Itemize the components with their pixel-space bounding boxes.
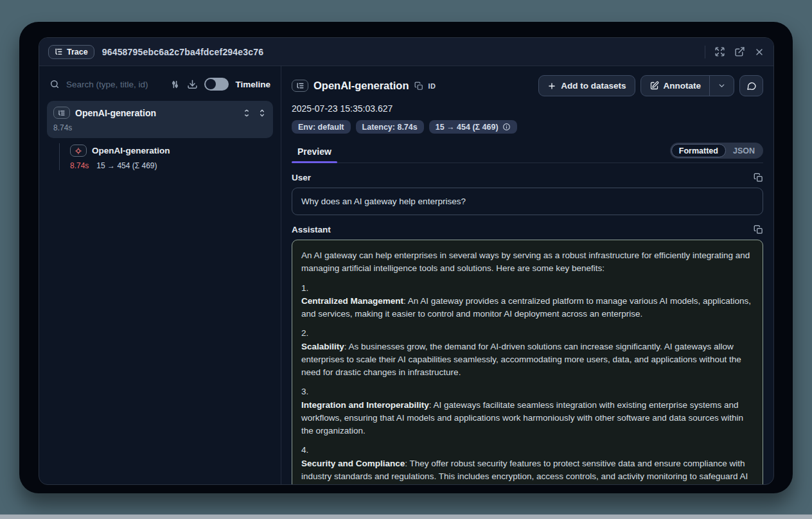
- user-message-section: User Why does an AI gateway help enterpr…: [292, 173, 763, 215]
- tree-node-title: OpenAI-generation: [75, 108, 156, 118]
- trace-type-badge: Trace: [48, 45, 94, 59]
- expand-fullscreen-icon[interactable]: [714, 46, 725, 57]
- filter-sliders-icon[interactable]: [170, 79, 181, 90]
- comments-button[interactable]: [739, 75, 763, 96]
- copy-id-icon[interactable]: [414, 82, 423, 91]
- token-usage-badge: 15 → 454 (Σ 469): [429, 120, 517, 134]
- generation-node-icon: [70, 145, 87, 157]
- comment-bubble-icon: [746, 81, 757, 91]
- open-external-icon[interactable]: [734, 46, 745, 57]
- assistant-item: Centralized Management: An AI gateway pr…: [301, 295, 754, 321]
- user-section-label: User: [292, 173, 311, 182]
- user-message-box: Why does an AI gateway help enterprises?: [292, 188, 763, 215]
- plus-icon: [547, 82, 556, 91]
- info-icon[interactable]: [502, 123, 511, 131]
- trace-id: 96458795ebc6a2c7ba4fdcef294e3c76: [102, 47, 264, 57]
- desktop-edge-strip: [0, 515, 812, 519]
- download-icon[interactable]: [187, 79, 198, 90]
- assistant-message-box: An AI gateway can help enterprises in se…: [292, 240, 763, 484]
- observation-type-icon: [292, 80, 308, 92]
- trace-type-label: Trace: [67, 48, 88, 57]
- assistant-item-number: 1.: [301, 282, 754, 295]
- assistant-intro: An AI gateway can help enterprises in se…: [301, 249, 754, 276]
- observation-panel: OpenAI-generation ID Add to datasets: [281, 66, 773, 484]
- assistant-item: Security and Compliance: They offer robu…: [301, 457, 754, 485]
- unfold-all-icon[interactable]: [242, 109, 251, 118]
- fold-all-icon[interactable]: [258, 109, 267, 118]
- tree-node-generation[interactable]: OpenAI-generation 8.74s 15 → 454 (Σ 469): [70, 143, 273, 170]
- annotate-button-group: Annotate: [640, 75, 735, 96]
- trace-tree-sidebar: Search (type, title, id) Timeline OpenAI…: [39, 66, 281, 484]
- assistant-item-number: 4.: [301, 444, 754, 457]
- observation-timestamp: 2025-07-23 15:35:03.627: [292, 103, 763, 114]
- format-toggle-formatted[interactable]: Formatted: [671, 144, 726, 157]
- generation-token-usage: 15 → 454 (Σ 469): [96, 161, 157, 170]
- tree-node-root[interactable]: OpenAI-generation 8.74s: [47, 101, 273, 138]
- trace-detail-dialog: Trace 96458795ebc6a2c7ba4fdcef294e3c76 S…: [39, 37, 774, 485]
- search-input[interactable]: Search (type, title, id): [66, 80, 163, 89]
- copy-user-content-icon[interactable]: [754, 173, 763, 182]
- assistant-message-section: Assistant An AI gateway can help enterpr…: [292, 225, 763, 484]
- latency-badge: Latency: 8.74s: [356, 120, 424, 134]
- close-icon[interactable]: [754, 47, 764, 57]
- generation-duration: 8.74s: [70, 161, 89, 170]
- env-badge: Env: default: [292, 120, 351, 134]
- assistant-item-number: 2.: [301, 327, 754, 340]
- tab-preview[interactable]: Preview: [292, 146, 337, 163]
- add-to-datasets-button[interactable]: Add to datasets: [538, 75, 635, 96]
- trace-tree-icon: [55, 48, 63, 56]
- id-label: ID: [428, 82, 436, 90]
- trace-topbar: Trace 96458795ebc6a2c7ba4fdcef294e3c76: [39, 38, 773, 66]
- timeline-toggle[interactable]: [204, 78, 229, 91]
- assistant-item: Integration and Interoperability: AI gat…: [301, 399, 754, 438]
- chevron-down-icon: [718, 82, 726, 90]
- topbar-divider: [705, 46, 705, 58]
- generation-node-title: OpenAI-generation: [92, 146, 170, 155]
- format-toggle-group: Formatted JSON: [670, 143, 763, 159]
- annotate-dropdown-button[interactable]: [710, 76, 734, 96]
- annotate-button[interactable]: Annotate: [641, 76, 710, 96]
- assistant-section-label: Assistant: [292, 225, 331, 234]
- trace-node-icon: [53, 107, 70, 119]
- timeline-toggle-label: Timeline: [235, 80, 270, 89]
- tree-node-duration: 8.74s: [53, 123, 267, 132]
- search-icon: [49, 79, 60, 89]
- copy-assistant-content-icon[interactable]: [754, 225, 763, 234]
- observation-title: OpenAI-generation: [313, 80, 409, 92]
- format-toggle-json[interactable]: JSON: [726, 145, 762, 157]
- pencil-square-icon: [649, 81, 659, 91]
- assistant-item: Scalability: As businesses grow, the dem…: [301, 340, 754, 380]
- assistant-item-number: 3.: [301, 385, 754, 398]
